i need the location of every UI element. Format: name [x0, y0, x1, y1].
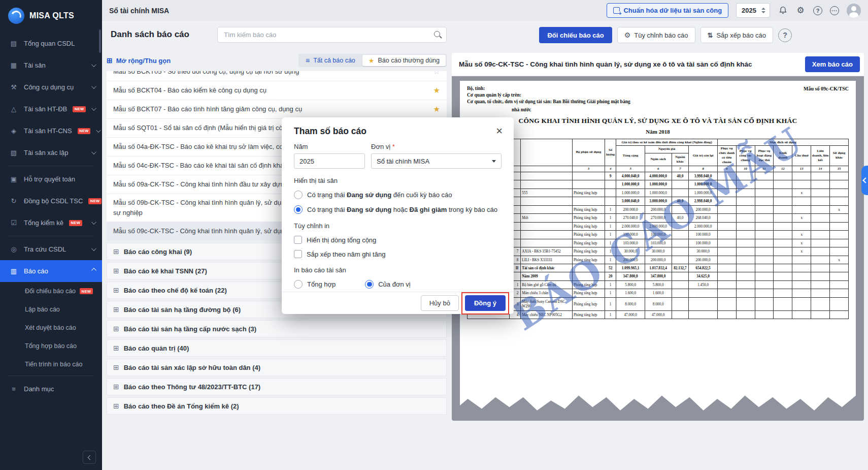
sidebar-subitem[interactable]: Tổng hợp báo cáo — [0, 337, 102, 355]
year-spinner[interactable]: 2025 — [736, 3, 770, 18]
search-icon[interactable] — [434, 31, 440, 37]
table-row: 4 Máy chiếu NEC NP905G2 Phòng tổng hợp 1… — [468, 310, 849, 319]
favorite-star-icon[interactable]: ★ — [433, 105, 440, 114]
help-icon[interactable]: ? — [813, 6, 822, 15]
expand-plus-icon[interactable] — [113, 344, 119, 352]
column-number-row: 3456789101112131415 — [468, 166, 849, 172]
sidebar-item[interactable]: ◎ Tra cứu CSDL — [0, 238, 102, 260]
unit-select[interactable]: Sổ tài chính MISA — [371, 153, 502, 169]
expand-plus-icon[interactable] — [113, 305, 119, 314]
spinner-up-icon[interactable] — [761, 8, 765, 10]
cancel-button[interactable]: Hủy bỏ — [421, 295, 459, 311]
sort-by-year-checkbox[interactable]: Sắp xếp theo năm ghi tăng — [294, 250, 502, 258]
customize-reports-button[interactable]: Tùy chỉnh báo cáo — [617, 27, 695, 43]
sidebar-subitem-label: Lập báo cáo — [25, 306, 60, 313]
table-row: Mới Phòng tổng hợp 1 270.040,0 270.000,0… — [468, 214, 849, 222]
expand-collapse-link[interactable]: Mở rộng/Thu gọn — [107, 56, 171, 65]
tab-label: Tất cả báo cáo — [313, 57, 355, 64]
ok-button[interactable]: Đồng ý — [465, 295, 506, 311]
sidebar-item[interactable]: △ Tài sản HT-ĐB NEW — [0, 98, 102, 120]
status-radio-option-1[interactable]: Có trạng thái Đang sử dụng đến cuối kỳ b… — [294, 191, 502, 199]
more-options-icon[interactable]: ... — [830, 6, 839, 15]
dialog-title: Tham số báo cáo — [294, 126, 366, 137]
table-row: Phòng tổng hợp 1 100.000,0 100.000,0 100… — [468, 231, 849, 239]
sidebar-item[interactable]: ▦ Tài sản — [0, 54, 102, 76]
sidebar-item[interactable]: ▧ Tài sản xác lập — [0, 142, 102, 164]
sidebar-item[interactable]: ▣ Hỗ trợ quyết toán — [0, 168, 102, 190]
chevron-icon — [91, 62, 96, 67]
column-number: 4 — [605, 166, 616, 172]
favorite-star-icon[interactable]: ★ — [433, 86, 440, 95]
radio-unselected-icon[interactable] — [294, 280, 303, 289]
expand-plus-icon[interactable] — [113, 247, 119, 256]
report-group-row[interactable]: Báo cáo theo Đề án Tổng kiểm kê (2) — [107, 397, 447, 415]
expand-plus-icon[interactable] — [113, 402, 119, 410]
column-number: 5 — [616, 166, 645, 172]
report-group-row[interactable]: Báo cáo tài sản hạ tầng cấp nước sạch (3… — [107, 320, 447, 337]
sidebar-subitem[interactable]: Lập báo cáo — [0, 300, 102, 319]
sidebar-item[interactable]: ↻ Đồng bộ CSDL TSC NEW — [0, 190, 102, 212]
report-filter-tab[interactable]: ≡ Tất cả báo cáo — [299, 55, 361, 66]
page-title: Danh sách báo cáo — [111, 29, 189, 40]
search-input[interactable] — [217, 27, 447, 43]
checkbox-unchecked-icon[interactable] — [294, 250, 302, 258]
report-group-row[interactable]: Báo cáo quản trị (40) — [107, 339, 447, 357]
close-icon[interactable] — [496, 126, 503, 137]
sidebar-item[interactable]: ☑ Tổng kiểm kê NEW — [0, 212, 102, 234]
sidebar-item[interactable]: ⚒ Công cụ dụng cụ — [0, 76, 102, 98]
sidebar-item-label: Tài sản HT-CNS — [24, 127, 72, 135]
panel-expand-handle[interactable] — [861, 166, 868, 195]
compare-reports-button[interactable]: Đối chiếu báo cáo — [539, 27, 612, 43]
table-row: 1 Bộ bàn ghế gỗ Cẩm thị Phòng tổng hợp 1… — [468, 280, 849, 289]
report-list-item[interactable]: Mẫu số BCKT07 - Báo cáo tình hình tăng g… — [107, 100, 447, 119]
expand-plus-icon[interactable] — [113, 286, 119, 294]
column-number: 7 — [672, 166, 689, 172]
sidebar-subitem[interactable]: Đối chiếu báo cáo NEW — [0, 282, 102, 300]
expand-plus-icon[interactable] — [113, 383, 119, 391]
show-total-row-checkbox[interactable]: Hiển thị dòng tổng cộng — [294, 236, 502, 244]
sidebar-collapse-button[interactable] — [83, 451, 96, 464]
year-input[interactable] — [294, 153, 365, 169]
sort-reports-button[interactable]: Sắp xếp báo cáo — [700, 27, 773, 43]
expand-plus-icon[interactable] — [113, 325, 119, 333]
per-unit-radio-option[interactable]: Của đơn vị — [365, 280, 410, 289]
sidebar-item[interactable]: ◈ Tài sản HT-CNS NEW — [0, 120, 102, 142]
settings-gear-icon[interactable] — [795, 6, 806, 16]
favorite-star-icon[interactable]: ☆ — [433, 71, 440, 76]
user-avatar[interactable] — [847, 4, 861, 18]
report-group-row[interactable]: Báo cáo theo Thông tư 48/2023/TT-BTC (17… — [107, 378, 447, 395]
report-group-row[interactable]: Báo cáo tài sản xác lập sở hữu toàn dân … — [107, 359, 447, 376]
spinner-arrows[interactable] — [761, 8, 765, 13]
sidebar-item[interactable]: ▥ Báo cáo — [0, 260, 102, 282]
window-title: Sổ tài chính MISA — [109, 7, 169, 15]
sidebar-item-danh-muc[interactable]: ≡ Danh mục — [0, 378, 102, 400]
view-report-button[interactable]: Xem báo cáo — [805, 56, 860, 72]
spinner-down-icon[interactable] — [761, 11, 765, 13]
report-list-item[interactable]: Mẫu số BCKT04 - Báo cáo kiểm kê công cụ … — [107, 81, 447, 100]
th-muc-dich-group: Mục đích sử dụng — [717, 139, 848, 146]
sidebar-item[interactable]: ▤ Tổng quan CSDL — [0, 33, 102, 54]
report-group-label: Báo cáo theo Đề án Tổng kiểm kê (2) — [124, 402, 239, 410]
report-group-label: Báo cáo công khai (9) — [124, 248, 192, 256]
checkbox-unchecked-icon[interactable] — [294, 236, 302, 244]
doc-line3: Cơ quan, tổ chức, đơn vị sử dụng tài sản… — [467, 99, 630, 104]
radio-selected-icon[interactable] — [365, 280, 374, 289]
radio-selected-icon[interactable] — [294, 205, 303, 214]
status-radio-option-2[interactable]: Có trạng thái Đang sử dụng hoặc Đã ghi g… — [294, 205, 502, 214]
sidebar-item-icon: ☑ — [9, 219, 18, 227]
normalize-data-button[interactable]: Chuẩn hóa dữ liệu tài sản công — [607, 3, 728, 18]
notification-bell-icon[interactable] — [778, 6, 788, 16]
misa-logo-icon — [8, 8, 24, 24]
summary-radio-option[interactable]: Tổng hợp — [294, 280, 336, 289]
radio-unselected-icon[interactable] — [294, 191, 303, 199]
expand-plus-icon[interactable] — [113, 267, 119, 275]
page-help-icon[interactable]: ? — [778, 28, 792, 42]
report-list-item[interactable]: Mẫu số BCKT05 - Sổ theo dõi công cụ, dụn… — [107, 71, 447, 81]
sidebar: MISA QLTS ▤ Tổng quan CSDL ▦ Tài sản ⚒ C… — [0, 0, 102, 470]
expand-plus-icon[interactable] — [113, 363, 119, 371]
table-row: Phòng tổng hợp 1 2.000.000,0 2.000.000,0… — [468, 222, 849, 230]
column-number: 9 — [717, 166, 736, 172]
sidebar-subitem[interactable]: Tiến trình in báo cáo — [0, 355, 102, 373]
sidebar-subitem[interactable]: Xét duyệt báo cáo — [0, 319, 102, 337]
report-filter-tab[interactable]: ★ Báo cáo thường dùng — [362, 55, 446, 66]
